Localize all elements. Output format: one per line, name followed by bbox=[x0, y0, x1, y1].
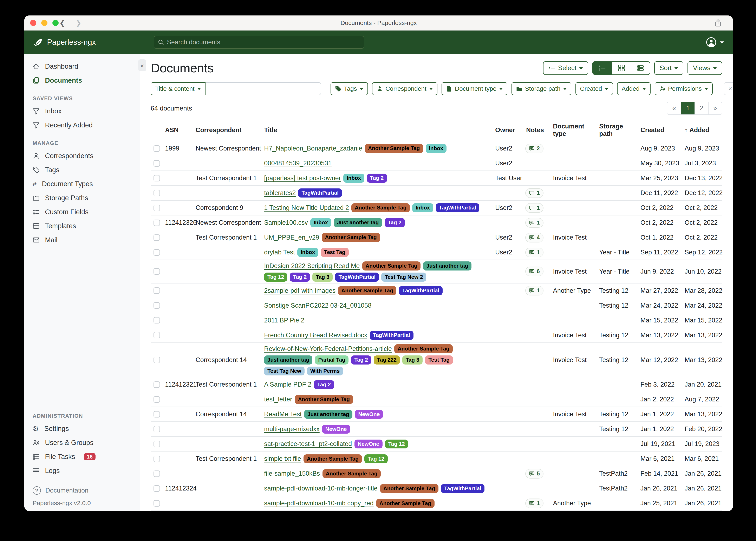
tag-badge[interactable]: NewOne bbox=[355, 410, 383, 419]
title-content-input[interactable] bbox=[206, 82, 321, 95]
correspondent-cell[interactable]: Test Correspondent 1 bbox=[193, 455, 261, 462]
tag-badge[interactable]: Another Sample Tag bbox=[338, 286, 396, 295]
column-header-added[interactable]: ↑Added bbox=[682, 126, 722, 134]
document-title-link[interactable]: sample-pdf-download-10-mb copy_red bbox=[264, 500, 374, 507]
share-icon[interactable] bbox=[714, 15, 722, 30]
tag-badge[interactable]: Tag 2 bbox=[367, 174, 387, 183]
sidebar-item-tags[interactable]: Tags bbox=[24, 163, 140, 177]
correspondent-cell[interactable]: Correspondent 14 bbox=[193, 410, 261, 418]
row-checkbox[interactable] bbox=[154, 485, 160, 492]
document-title-link[interactable]: 2sample-pdf-with-images bbox=[264, 287, 335, 294]
row-checkbox[interactable] bbox=[154, 287, 160, 294]
tag-badge[interactable]: With Perms bbox=[307, 366, 343, 376]
row-checkbox[interactable] bbox=[154, 317, 160, 323]
documentation-link[interactable]: ? Documentation bbox=[24, 484, 140, 497]
tag-badge[interactable]: TagWithPartial bbox=[441, 484, 485, 493]
document-title-link[interactable]: multi-page-mixedxx bbox=[264, 425, 320, 433]
tag-badge[interactable]: Test Tag bbox=[425, 355, 453, 364]
row-checkbox[interactable] bbox=[154, 470, 160, 477]
sidebar-item-mail[interactable]: Mail bbox=[24, 233, 140, 247]
tag-badge[interactable]: TagWithPartial bbox=[399, 286, 443, 295]
document-title-link[interactable]: 2011 BP Pie 2 bbox=[264, 317, 304, 324]
notes-badge[interactable]: 2 bbox=[525, 144, 543, 153]
browser-back-icon[interactable]: ❮ bbox=[59, 15, 65, 30]
tag-badge[interactable]: NewOne bbox=[354, 440, 383, 449]
search-bar[interactable] bbox=[154, 36, 364, 49]
tag-badge[interactable]: TagWithPartial bbox=[436, 203, 480, 212]
tag-badge[interactable]: Tag 2 bbox=[314, 380, 334, 389]
views-button[interactable]: Views bbox=[687, 61, 722, 75]
row-checkbox[interactable] bbox=[154, 456, 160, 462]
notes-badge[interactable]: 1 bbox=[525, 188, 543, 198]
document-title-link[interactable]: InDesign 2022 Scripting Read Me bbox=[264, 262, 360, 270]
column-header-document-type[interactable]: Document type bbox=[550, 123, 596, 138]
column-header-correspondent[interactable]: Correspondent bbox=[193, 126, 261, 134]
tag-badge[interactable]: Inbox bbox=[310, 218, 331, 227]
document-title-link[interactable]: sat-practice-test-1_pt2-collated bbox=[264, 440, 352, 448]
sidebar-item-recently-added[interactable]: Recently Added bbox=[24, 118, 140, 132]
sidebar-item-users-groups[interactable]: Users & Groups bbox=[24, 436, 140, 450]
column-header-storage-path[interactable]: Storage path bbox=[596, 123, 638, 138]
document-title-link[interactable]: 1 Testing New Title Updated 2 bbox=[264, 204, 349, 212]
row-checkbox[interactable] bbox=[154, 160, 160, 167]
brand[interactable]: Paperless-ngx bbox=[33, 38, 96, 47]
sidebar-item-file-tasks[interactable]: File Tasks16 bbox=[24, 450, 140, 464]
row-checkbox[interactable] bbox=[154, 145, 160, 152]
column-header-title[interactable]: Title bbox=[261, 126, 492, 134]
notes-badge[interactable]: 6 bbox=[525, 267, 543, 276]
correspondent-cell[interactable]: Correspondent 14 bbox=[193, 356, 261, 364]
tag-badge[interactable]: Partial Tag bbox=[315, 355, 348, 364]
row-checkbox[interactable] bbox=[154, 190, 160, 196]
document-title-link[interactable]: simple txt file bbox=[264, 455, 301, 462]
title-content-dropdown[interactable]: Title & content bbox=[151, 82, 206, 95]
correspondent-cell[interactable]: Test Correspondent 1 bbox=[193, 381, 261, 388]
tag-badge[interactable]: Just another tag bbox=[264, 355, 312, 364]
document-title-link[interactable]: Review-of-New-York-Federal-Petitions-art… bbox=[264, 345, 392, 352]
sidebar-item-document-types[interactable]: #Document Types bbox=[24, 177, 140, 191]
document-title-link[interactable]: test_letter bbox=[264, 396, 292, 403]
zoom-window-button[interactable] bbox=[52, 20, 59, 26]
tag-badge[interactable]: Just another tag bbox=[304, 410, 352, 419]
user-menu[interactable] bbox=[706, 37, 724, 48]
tag-badge[interactable]: Another Sample Tag bbox=[376, 499, 435, 508]
tag-badge[interactable]: Inbox bbox=[412, 203, 433, 212]
row-checkbox[interactable] bbox=[154, 500, 160, 507]
row-checkbox[interactable] bbox=[154, 302, 160, 308]
document-title-link[interactable]: 0004814539_20230531 bbox=[264, 160, 332, 167]
document-title-link[interactable]: ReadMe Test bbox=[264, 410, 302, 418]
tag-badge[interactable]: Another Sample Tag bbox=[365, 144, 423, 153]
view-list-button[interactable] bbox=[593, 62, 612, 74]
tag-badge[interactable]: NewOne bbox=[322, 425, 350, 434]
tag-badge[interactable]: Just another tag bbox=[423, 262, 471, 270]
column-header-owner[interactable]: Owner bbox=[492, 126, 523, 134]
sidebar-item-documents[interactable]: Documents bbox=[24, 73, 140, 87]
column-header-created[interactable]: Created bbox=[638, 126, 682, 134]
row-checkbox[interactable] bbox=[154, 441, 160, 447]
document-title-link[interactable]: Sample100.csv bbox=[264, 219, 308, 227]
row-checkbox[interactable] bbox=[154, 426, 160, 432]
document-title-link[interactable]: [paperless] test post-owner bbox=[264, 175, 341, 182]
row-checkbox[interactable] bbox=[154, 235, 160, 241]
correspondent-cell[interactable]: Newest Correspondent bbox=[193, 145, 261, 152]
tag-badge[interactable]: Another Sample Tag bbox=[380, 484, 438, 493]
notes-badge[interactable]: 1 bbox=[525, 203, 543, 213]
filter-button-document-type[interactable]: Document type bbox=[442, 82, 508, 95]
tag-badge[interactable]: Tag 2 bbox=[385, 218, 405, 227]
filter-button-added[interactable]: Added bbox=[617, 82, 651, 95]
row-checkbox[interactable] bbox=[154, 411, 160, 417]
sidebar-item-dashboard[interactable]: Dashboard bbox=[24, 59, 140, 73]
tag-badge[interactable]: Tag 2 bbox=[290, 272, 310, 281]
row-checkbox[interactable] bbox=[154, 205, 160, 211]
tag-badge[interactable]: Tag 3 bbox=[402, 355, 423, 364]
document-title-link[interactable]: tablerates2 bbox=[264, 189, 296, 197]
correspondent-cell[interactable]: Correspondent 9 bbox=[193, 204, 261, 212]
correspondent-cell[interactable]: Test Correspondent 1 bbox=[193, 234, 261, 241]
tag-badge[interactable]: Another Sample Tag bbox=[394, 344, 453, 353]
tag-badge[interactable]: Another Sample Tag bbox=[295, 395, 353, 404]
tag-badge[interactable]: Another Sample Tag bbox=[351, 203, 410, 212]
document-title-link[interactable]: drylab Test bbox=[264, 249, 295, 256]
tag-badge[interactable]: TagWithPartial bbox=[298, 189, 342, 198]
tag-badge[interactable]: Another Sample Tag bbox=[304, 454, 362, 463]
correspondent-cell[interactable]: Test Correspondent 1 bbox=[193, 175, 261, 182]
tag-badge[interactable]: Tag 3 bbox=[312, 272, 333, 281]
